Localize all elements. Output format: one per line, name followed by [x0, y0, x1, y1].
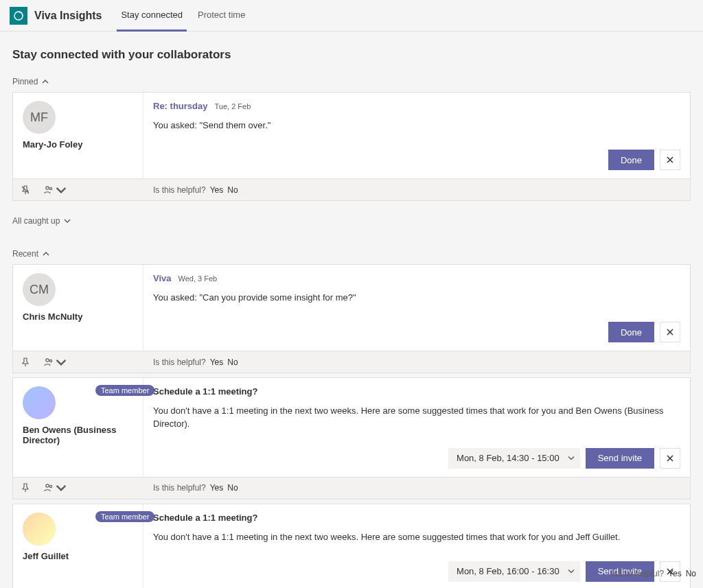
section-recent-label: Recent	[12, 249, 38, 259]
helpful-no[interactable]: No	[227, 357, 238, 367]
person-name: Ben Owens (Business Director)	[23, 425, 135, 445]
helpful-row: Is this helpful? Yes No	[143, 357, 238, 367]
page-helpful-row: Is this helpful? Yes No	[611, 569, 696, 578]
team-member-badge: Team member	[95, 385, 154, 396]
avatar[interactable]	[23, 386, 56, 419]
person-name: Mary-Jo Foley	[23, 139, 135, 150]
pin-button[interactable]	[20, 357, 31, 368]
avatar-photo	[23, 386, 56, 419]
chevron-down-icon	[56, 185, 67, 196]
card-subject[interactable]: Viva	[153, 273, 172, 283]
card-person-panel: MF Mary-Jo Foley	[13, 93, 143, 178]
svg-point-6	[49, 486, 51, 488]
avatar[interactable]: CM	[23, 273, 56, 306]
helpful-no[interactable]: No	[227, 185, 238, 195]
helpful-yes[interactable]: Yes	[210, 357, 224, 367]
close-icon	[666, 156, 674, 164]
avatar-initials: CM	[30, 283, 49, 297]
team-member-badge: Team member	[95, 511, 154, 522]
section-pinned-label: Pinned	[12, 77, 38, 86]
tab-stay-connected[interactable]: Stay connected	[117, 0, 187, 32]
insight-card: CM Chris McNulty Viva Wed, 3 Feb You ask…	[12, 264, 691, 351]
dismiss-button[interactable]	[660, 448, 680, 469]
send-invite-button[interactable]: Send invite	[586, 448, 654, 469]
person-name: Chris McNulty	[23, 311, 135, 322]
chevron-down-icon	[56, 482, 67, 493]
people-button[interactable]	[43, 482, 67, 493]
helpful-prompt: Is this helpful?	[153, 185, 206, 195]
people-button[interactable]	[43, 185, 67, 196]
svg-point-5	[46, 484, 49, 487]
all-caught-up-toggle[interactable]: All caught up	[0, 205, 703, 246]
card-text: You asked: "Can you provide some insight…	[153, 292, 680, 304]
section-pinned-toggle[interactable]: Pinned	[0, 74, 703, 92]
done-button[interactable]: Done	[608, 150, 654, 170]
card-person-panel: CM Chris McNulty	[13, 265, 143, 351]
insight-card: MF Mary-Jo Foley Re: thursday Tue, 2 Feb…	[12, 92, 691, 179]
time-slot-dropdown[interactable]: Mon, 8 Feb, 16:00 - 16:30	[448, 561, 580, 582]
card-subject: Schedule a 1:1 meeting?	[153, 513, 257, 523]
pin-button[interactable]	[20, 482, 31, 493]
close-icon	[666, 328, 674, 336]
chevron-down-icon	[56, 357, 67, 368]
card-footer: Is this helpful? Yes No	[12, 478, 691, 499]
card-subject[interactable]: Re: thursday	[153, 101, 207, 111]
app-logo	[10, 7, 27, 25]
chevron-down-icon	[568, 454, 575, 461]
helpful-no[interactable]: No	[686, 569, 696, 578]
top-tabbar: Viva Insights Stay connected Protect tim…	[0, 0, 703, 32]
card-footer: Is this helpful? Yes No	[12, 351, 691, 373]
avatar[interactable]: MF	[23, 101, 56, 134]
close-icon	[666, 454, 674, 462]
app-title: Viva Insights	[34, 10, 102, 22]
card-date: Tue, 2 Feb	[214, 102, 251, 110]
helpful-no[interactable]: No	[227, 483, 238, 493]
chevron-down-icon	[568, 567, 575, 574]
avatar[interactable]	[23, 513, 56, 545]
chevron-down-icon	[64, 217, 71, 224]
svg-point-1	[46, 186, 49, 189]
helpful-row: Is this helpful? Yes No	[143, 483, 238, 493]
card-body: Schedule a 1:1 meeting? You don't have a…	[143, 504, 690, 588]
helpful-row: Is this helpful? Yes No	[143, 185, 238, 195]
card-body: Viva Wed, 3 Feb You asked: "Can you prov…	[143, 265, 690, 351]
section-recent-toggle[interactable]: Recent	[0, 246, 703, 264]
helpful-prompt: Is this helpful?	[153, 357, 206, 367]
helpful-yes[interactable]: Yes	[668, 569, 682, 578]
insight-card: Team member Ben Owens (Business Director…	[12, 377, 691, 477]
avatar-photo	[23, 513, 56, 545]
dismiss-button[interactable]	[660, 150, 680, 170]
card-body: Schedule a 1:1 meeting? You don't have a…	[143, 378, 690, 476]
time-slot-label: Mon, 8 Feb, 16:00 - 16:30	[457, 566, 560, 576]
all-caught-up-label: All caught up	[12, 216, 60, 226]
card-text: You asked: "Send them over."	[153, 119, 680, 132]
helpful-prompt: Is this helpful?	[153, 483, 206, 493]
unpin-button[interactable]	[20, 185, 31, 196]
card-body: Re: thursday Tue, 2 Feb You asked: "Send…	[143, 93, 690, 178]
helpful-yes[interactable]: Yes	[210, 185, 224, 195]
time-slot-dropdown[interactable]: Mon, 8 Feb, 14:30 - 15:00	[448, 448, 580, 469]
page-heading: Stay connected with your collaborators	[0, 32, 703, 74]
card-text: You don't have a 1:1 meeting in the next…	[153, 405, 680, 430]
card-date: Wed, 3 Feb	[178, 274, 218, 283]
chevron-up-icon	[43, 250, 49, 257]
done-button[interactable]: Done	[608, 322, 654, 342]
svg-point-4	[49, 360, 51, 362]
time-slot-label: Mon, 8 Feb, 14:30 - 15:00	[457, 453, 560, 463]
tab-protect-time[interactable]: Protect time	[194, 0, 249, 32]
avatar-initials: MF	[30, 110, 48, 125]
chevron-up-icon	[42, 78, 49, 85]
people-button[interactable]	[43, 357, 67, 368]
card-subject: Schedule a 1:1 meeting?	[153, 386, 257, 397]
card-text: You don't have a 1:1 meeting in the next…	[153, 531, 680, 543]
card-footer: Is this helpful? Yes No	[12, 179, 691, 201]
svg-point-2	[49, 187, 51, 189]
insight-card: Team member Jeff Guillet Schedule a 1:1 …	[12, 504, 691, 588]
helpful-yes[interactable]: Yes	[210, 483, 224, 493]
svg-point-3	[46, 359, 49, 362]
dismiss-button[interactable]	[660, 322, 680, 342]
helpful-prompt: Is this helpful?	[611, 569, 664, 578]
person-name: Jeff Guillet	[23, 551, 135, 561]
